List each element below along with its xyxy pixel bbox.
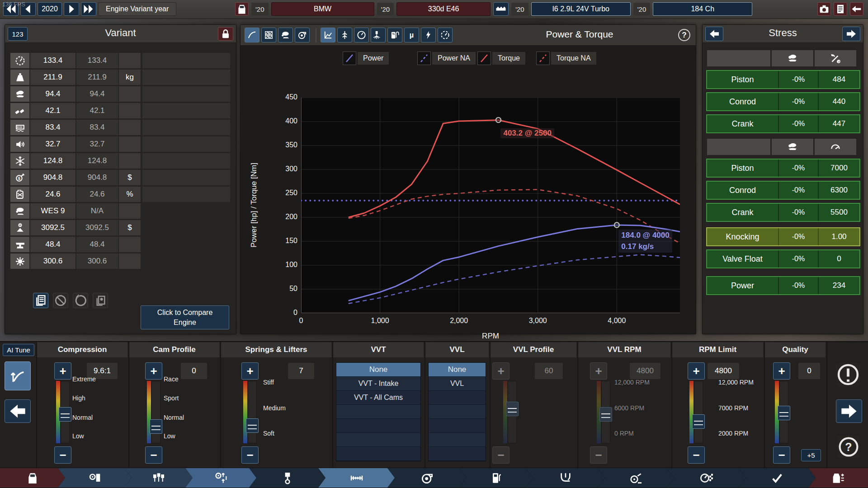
nav-tab-engine-family[interactable] xyxy=(58,468,132,488)
cam-profile-slider-track[interactable] xyxy=(151,381,160,443)
engine-variant-box[interactable]: 184 Ch xyxy=(653,2,752,16)
cam-profile-increase-button[interactable]: + xyxy=(145,362,162,380)
cam-profile-slider-handle[interactable] xyxy=(150,419,162,434)
quality-decrease-button[interactable]: − xyxy=(773,446,790,464)
vvl-option-empty[interactable] xyxy=(429,447,486,461)
vvl-option-empty[interactable] xyxy=(429,405,486,419)
compare-engine-button[interactable]: Click to Compare Engine xyxy=(141,305,229,329)
rpm-limit-decrease-button[interactable]: − xyxy=(688,446,705,464)
clone-button[interactable] xyxy=(93,293,108,308)
springs-lifters-slider-track[interactable] xyxy=(248,381,257,443)
compression-decrease-button[interactable]: − xyxy=(54,446,71,464)
nav-tab-export[interactable] xyxy=(808,468,868,488)
undo-button[interactable] xyxy=(73,293,88,308)
vvl-option-none[interactable]: None xyxy=(429,363,486,377)
next-year-button[interactable] xyxy=(64,2,79,16)
back-button[interactable] xyxy=(850,2,863,16)
stress-row-piston[interactable]: Piston-0%484 xyxy=(706,70,860,89)
chart-tool-spark-button[interactable] xyxy=(421,28,436,42)
quality-increase-button[interactable]: + xyxy=(773,362,790,380)
quality-plus5-button[interactable]: +5 xyxy=(801,449,821,461)
vvl-profile-slider-handle[interactable] xyxy=(506,402,519,416)
chart-tool-dial-button[interactable] xyxy=(354,28,369,42)
vvt-option-none[interactable]: None xyxy=(336,363,420,377)
cam-profile-decrease-button[interactable]: − xyxy=(145,446,162,464)
nav-tab-tune-dyno[interactable] xyxy=(318,468,395,488)
vvt-option-empty[interactable] xyxy=(336,405,420,419)
vvl-rpm-decrease-button[interactable]: − xyxy=(590,446,607,464)
vvl-profile-decrease-button[interactable]: − xyxy=(492,446,509,464)
stress-row-valve-float[interactable]: Valve Float-0%0 xyxy=(706,249,860,268)
vvl-rpm-increase-button[interactable]: + xyxy=(590,362,607,380)
chart-tool-turbo-button[interactable] xyxy=(295,28,310,42)
legend-item-torque[interactable]: Torque xyxy=(477,51,525,66)
help-button[interactable]: ? xyxy=(678,29,690,41)
quality-slider-handle[interactable] xyxy=(778,406,790,420)
legend-item-power-na[interactable]: Power NA xyxy=(417,51,476,66)
help-circle-button[interactable]: ? xyxy=(837,436,860,458)
chart-tool-emissions-button[interactable] xyxy=(278,28,293,42)
rpm-limit-increase-button[interactable]: + xyxy=(688,362,705,380)
springs-lifters-increase-button[interactable]: + xyxy=(241,362,259,380)
springs-lifters-slider-handle[interactable] xyxy=(246,418,259,433)
engine-family-box[interactable]: I6 2.9L 24V Turbo xyxy=(531,2,631,16)
chart-tool-rpm-gauge-button[interactable] xyxy=(438,28,453,42)
rpm-limit-slider-handle[interactable] xyxy=(692,414,705,429)
vvl-option-empty[interactable] xyxy=(429,419,486,433)
vvt-option-empty[interactable] xyxy=(336,433,420,447)
car-button[interactable] xyxy=(235,2,249,16)
chart-tool-fuel-flow-button[interactable]: % xyxy=(387,28,402,42)
ai-tune-button[interactable]: AI Tune xyxy=(3,344,34,356)
stress-row-piston[interactable]: Piston-0%7000 xyxy=(706,159,860,178)
vvt-option-empty[interactable] xyxy=(336,419,420,433)
chart-tool-power-curve-button[interactable] xyxy=(245,28,259,42)
stress-row-power[interactable]: Power-0%234 xyxy=(706,276,860,295)
nav-tab-exhaust[interactable] xyxy=(526,468,605,488)
tune-graph-button[interactable] xyxy=(5,361,31,390)
vvl-profile-increase-button[interactable]: + xyxy=(492,362,509,380)
nav-tab-aspiration[interactable] xyxy=(387,468,467,488)
springs-lifters-decrease-button[interactable]: − xyxy=(241,446,259,464)
chart-tool-injector-button[interactable] xyxy=(371,28,386,42)
nav-tab-car[interactable] xyxy=(0,468,65,488)
nav-tab-valvetrain[interactable] xyxy=(185,468,256,488)
vvt-option-empty[interactable] xyxy=(336,447,420,461)
prev-page-button[interactable] xyxy=(5,399,31,423)
next-page-button[interactable] xyxy=(836,399,862,423)
legend-item-torque-na[interactable]: Torque NA xyxy=(536,51,596,66)
stress-row-conrod[interactable]: Conrod-0%6300 xyxy=(706,181,860,200)
year-value[interactable]: 2020 xyxy=(38,2,62,16)
nav-tab-bottom-end[interactable] xyxy=(249,468,326,488)
nav-tab-top-end[interactable] xyxy=(124,468,193,488)
rpm-limit-slider-track[interactable] xyxy=(694,381,703,443)
brand-box[interactable]: BMW xyxy=(271,2,374,16)
screenshot-button[interactable] xyxy=(817,2,831,16)
nav-tab-fuel-system[interactable] xyxy=(459,468,533,488)
warning-button[interactable] xyxy=(836,362,860,387)
vvl-rpm-slider-handle[interactable] xyxy=(599,407,612,422)
vvt-option-vvt-all-cams[interactable]: VVT - All Cams xyxy=(336,391,420,405)
chart-tool-airflow-button[interactable] xyxy=(337,28,352,42)
nav-tab-testing[interactable] xyxy=(598,468,674,488)
compression-increase-button[interactable]: + xyxy=(54,362,71,380)
vvl-option-vvl[interactable]: VVL xyxy=(429,377,486,391)
compression-slider-handle[interactable] xyxy=(59,407,71,422)
lock-variant-button[interactable] xyxy=(218,27,233,41)
last-year-button[interactable] xyxy=(81,2,96,16)
stress-row-knocking[interactable]: Knocking-0%1.00 xyxy=(706,227,860,246)
engine-button[interactable] xyxy=(493,2,509,16)
vvl-option-empty[interactable] xyxy=(429,433,486,447)
vvl-option-empty[interactable] xyxy=(429,391,486,405)
legend-item-power[interactable]: Power xyxy=(343,51,389,66)
copy-variant-button[interactable] xyxy=(33,293,48,308)
model-box[interactable]: 330d E46 xyxy=(396,2,491,16)
chart-tool-friction-button[interactable]: µ xyxy=(404,28,419,42)
nav-tab-finish[interactable] xyxy=(739,468,816,488)
stress-next-button[interactable] xyxy=(842,27,860,41)
discard-button[interactable] xyxy=(53,293,68,308)
chart-tool-axes-button[interactable] xyxy=(321,28,335,42)
nav-tab-results[interactable] xyxy=(667,468,746,488)
vvt-option-vvt-intake[interactable]: VVT - Intake xyxy=(336,377,420,391)
stress-row-crank[interactable]: Crank-0%5500 xyxy=(706,203,860,222)
chart-tool-multi-graph-button[interactable] xyxy=(261,28,276,42)
